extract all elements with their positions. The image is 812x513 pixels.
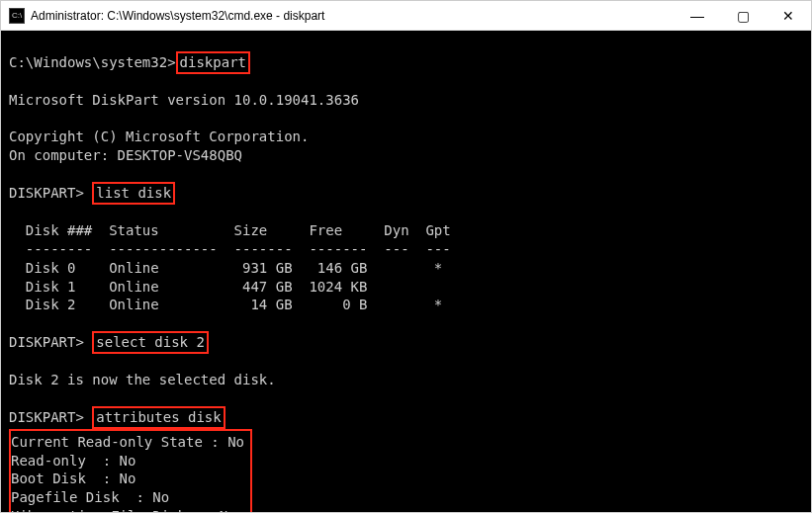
diskpart-prompt: DISKPART> — [9, 185, 92, 201]
table-row: Disk 0 Online 931 GB 146 GB * — [9, 260, 442, 276]
attr-hibernation: Hibernation File Disk : No — [11, 508, 236, 512]
minimize-button[interactable]: — — [675, 1, 720, 31]
table-header: Disk ### Status Size Free Dyn Gpt — [9, 222, 451, 238]
attr-pagefile: Pagefile Disk : No — [11, 489, 169, 505]
cmd-selectdisk-highlight: select disk 2 — [92, 331, 209, 354]
terminal[interactable]: C:\Windows\system32>diskpart Microsoft D… — [1, 31, 811, 512]
cmd-selectdisk: select disk 2 — [96, 334, 205, 350]
close-button[interactable]: ✕ — [766, 1, 811, 31]
line-selected: Disk 2 is now the selected disk. — [9, 372, 276, 387]
maximize-button[interactable]: ▢ — [720, 1, 766, 31]
cmd-window: C:\ Administrator: C:\Windows\system32\c… — [0, 0, 812, 513]
cmd-listdisk: list disk — [96, 185, 171, 201]
attributes-output-highlight: Current Read-only State : No Read-only :… — [9, 429, 252, 512]
cmd-diskpart: diskpart — [180, 54, 246, 70]
table-row: Disk 2 Online 14 GB 0 B * — [9, 297, 442, 312]
titlebar[interactable]: C:\ Administrator: C:\Windows\system32\c… — [1, 1, 811, 31]
window-controls: — ▢ ✕ — [675, 1, 811, 31]
line-computer: On computer: DESKTOP-VS48QBQ — [9, 147, 242, 163]
line-copyright: Copyright (C) Microsoft Corporation. — [9, 128, 309, 144]
attr-readonly-state: Current Read-only State : No — [11, 434, 244, 450]
attr-bootdisk: Boot Disk : No — [11, 470, 135, 486]
attr-readonly: Read-only : No — [11, 453, 135, 469]
diskpart-prompt: DISKPART> — [9, 409, 92, 425]
prompt-path: C:\Windows\system32> — [9, 54, 176, 70]
cmd-attributes-highlight: attributes disk — [92, 406, 225, 429]
table-row: Disk 1 Online 447 GB 1024 KB — [9, 279, 367, 295]
cmd-attributes: attributes disk — [96, 409, 221, 425]
cmd-icon: C:\ — [9, 8, 25, 24]
line-version: Microsoft DiskPart version 10.0.19041.36… — [9, 92, 359, 108]
cmd-listdisk-highlight: list disk — [92, 182, 175, 205]
window-title: Administrator: C:\Windows\system32\cmd.e… — [31, 9, 675, 23]
table-divider: -------- ------------- ------- ------- -… — [9, 241, 451, 257]
diskpart-prompt: DISKPART> — [9, 334, 92, 350]
cmd-diskpart-highlight: diskpart — [176, 51, 250, 74]
